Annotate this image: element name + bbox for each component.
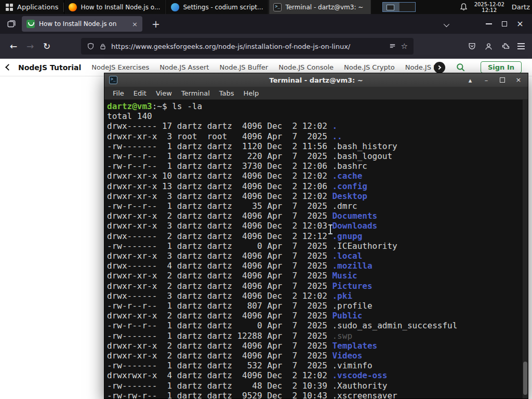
terminal-scrollbar[interactable] — [523, 100, 528, 398]
clock-time: 12:12 — [482, 7, 497, 13]
firefox-view-icon[interactable] — [4, 17, 19, 31]
site-nav-link[interactable]: NodeJS Exercises — [91, 63, 149, 71]
terminal-line: drwxr-xr-x 3 root root 4096 Apr 7 2025 .… — [107, 131, 521, 141]
sign-in-button[interactable]: Sign In — [481, 61, 522, 73]
terminal-line: drwxr-xr-x 10 dartz dartz 4096 Dec 2 12:… — [107, 171, 521, 181]
site-nav-link[interactable]: Node.JS Console — [278, 63, 334, 71]
url-text: https://www.geeksforgeeks.org/node-js/in… — [111, 43, 384, 50]
site-nav-link[interactable]: Node.JS DNS — [405, 63, 438, 71]
terminal-line: drwxr-xr-x 2 dartz dartz 4096 Apr 7 2025… — [107, 281, 521, 291]
taskbar-item-label: How to Install Node.js o... — [81, 4, 160, 11]
terminal-line: -rw-rw-r-- 1 dartz dartz 9529 Dec 2 10:4… — [107, 391, 521, 398]
site-nav-link[interactable]: Node.JS Assert — [159, 63, 209, 71]
tracking-protection-shield-icon[interactable] — [87, 43, 95, 50]
scroll-left-icon[interactable] — [5, 64, 12, 71]
workspace-2[interactable] — [399, 3, 415, 11]
applications-menu[interactable]: Applications — [0, 0, 63, 14]
reload-button[interactable]: ↻ — [38, 38, 55, 55]
terminal-line: -rw------- 1 dartz dartz 0 Apr 7 2025 .I… — [107, 241, 521, 251]
navigation-bar: ← → ↻ https://www.geeksforgeeks.org/node… — [0, 34, 532, 59]
notifications-icon[interactable] — [459, 3, 468, 11]
site-favicon — [26, 20, 35, 28]
terminal-menu-help[interactable]: Help — [239, 88, 264, 98]
scroll-right-icon[interactable] — [434, 62, 445, 73]
terminal-line: drwxr-xr-x 2 dartz dartz 4096 Apr 7 2025… — [107, 271, 521, 281]
terminal-output[interactable]: dartz@vm3:~$ ls -latotal 140drwx------ 1… — [104, 100, 528, 398]
bookmark-star-icon[interactable]: ☆ — [401, 42, 408, 51]
new-tab-button[interactable]: + — [149, 18, 163, 30]
list-tabs-icon[interactable] — [441, 16, 451, 32]
clock-date: 2025-12-02 — [474, 2, 504, 7]
terminal-menu-file[interactable]: File — [108, 88, 129, 98]
clock[interactable]: 2025-12-02 12:12 — [474, 2, 504, 13]
tab-bar: How to Install Node.js on × + × — [0, 14, 532, 34]
terminal-line: drwxr-xr-x 3 dartz dartz 4096 Dec 2 12:0… — [107, 221, 521, 231]
terminal-line: drwx------ 17 dartz dartz 4096 Dec 2 12:… — [107, 121, 521, 131]
terminal-lines: dartz@vm3:~$ ls -latotal 140drwx------ 1… — [107, 101, 521, 398]
workspace-1[interactable] — [383, 3, 399, 11]
tab-close-icon[interactable]: × — [131, 20, 138, 28]
terminal-line: drwxrwxr-x 4 dartz dartz 4096 Dec 2 12:0… — [107, 370, 521, 380]
account-icon[interactable] — [484, 42, 493, 51]
terminal-app-icon — [109, 76, 117, 84]
site-nav-primary[interactable]: NodeJS Tutorial — [18, 63, 81, 72]
terminal-menu-view[interactable]: View — [151, 88, 177, 98]
taskbar-item-label: Terminal - dartz@vm3: ~ — [285, 4, 363, 11]
browser-tab[interactable]: How to Install Node.js on × — [22, 16, 142, 32]
back-button[interactable]: ← — [5, 38, 22, 55]
terminal-menu-terminal[interactable]: Terminal — [177, 88, 215, 98]
site-nav-link[interactable]: Node.JS Buffer — [219, 63, 268, 71]
vscodium-icon — [171, 3, 179, 11]
terminal-scrollbar-thumb[interactable] — [523, 362, 527, 395]
site-nav-links: NodeJS ExercisesNode.JS AssertNode.JS Bu… — [91, 63, 438, 71]
terminal-titlebar[interactable]: Terminal - dartz@vm3: ~ ▴ – × — [104, 73, 528, 87]
terminal-line: -rw-r--r-- 1 dartz dartz 220 Apr 7 2025 … — [107, 151, 521, 161]
firefox-icon — [69, 3, 77, 11]
pocket-icon[interactable] — [468, 42, 476, 51]
extensions-icon[interactable] — [501, 42, 510, 51]
url-bar[interactable]: https://www.geeksforgeeks.org/node-js/in… — [81, 38, 414, 55]
terminal-shade-button[interactable]: ▴ — [466, 75, 475, 85]
terminal-line: drwxr-xr-x 2 dartz dartz 4096 Apr 7 2025… — [107, 341, 521, 351]
taskbar-item[interactable]: How to Install Node.js o... — [64, 0, 166, 14]
workspace-switcher[interactable] — [382, 2, 416, 12]
menu-hamburger-icon[interactable] — [517, 46, 525, 47]
terminal-line: drwxr-xr-x 3 dartz dartz 4096 Dec 2 12:0… — [107, 191, 521, 201]
taskbar-item-label: Settings - codium script... — [183, 4, 263, 11]
terminal-icon — [273, 3, 282, 11]
terminal-line: drwxr-xr-x 2 dartz dartz 4096 Apr 7 2025… — [107, 311, 521, 321]
reader-view-icon[interactable] — [389, 43, 396, 50]
terminal-line: drwx------ 2 dartz dartz 4096 Dec 2 12:1… — [107, 231, 521, 241]
taskbar-item[interactable]: Settings - codium script... — [166, 0, 269, 14]
terminal-line: dartz@vm3:~$ ls -la — [107, 101, 521, 111]
terminal-line: -rw------- 1 dartz dartz 12288 Apr 7 202… — [107, 331, 521, 341]
window-close-button[interactable]: × — [512, 17, 528, 31]
forward-button[interactable]: → — [22, 38, 38, 55]
terminal-menu-edit[interactable]: Edit — [129, 88, 151, 98]
site-nav-link[interactable]: Node.JS Crypto — [344, 63, 395, 71]
padlock-icon[interactable] — [99, 43, 107, 50]
window-minimize-button[interactable] — [481, 17, 497, 31]
terminal-line: drwx------ 3 dartz dartz 4096 Dec 2 12:0… — [107, 291, 521, 301]
taskbar-item[interactable]: Terminal - dartz@vm3: ~ — [269, 0, 371, 14]
terminal-line: -rw------- 1 dartz dartz 1120 Dec 2 11:5… — [107, 141, 521, 151]
terminal-line: drwx------ 4 dartz dartz 4096 Apr 7 2025… — [107, 261, 521, 271]
window-maximize-button[interactable] — [497, 17, 512, 31]
terminal-line: drwxr-xr-x 13 dartz dartz 4096 Dec 2 12:… — [107, 181, 521, 191]
terminal-line: -rw-r--r-- 1 dartz dartz 0 Apr 7 2025 .s… — [107, 321, 521, 330]
terminal-line: drwxr-xr-x 3 dartz dartz 4096 Apr 7 2025… — [107, 251, 521, 261]
terminal-maximize-button[interactable] — [498, 75, 507, 85]
terminal-window: Terminal - dartz@vm3: ~ ▴ – × FileEditVi… — [104, 73, 528, 399]
search-icon[interactable] — [456, 62, 466, 73]
terminal-menubar: FileEditViewTerminalTabsHelp — [104, 87, 528, 100]
terminal-close-button[interactable]: × — [514, 75, 523, 85]
terminal-minimize-button[interactable]: – — [482, 75, 491, 85]
user-label: Dartz — [512, 3, 532, 11]
applications-label: Applications — [17, 3, 58, 11]
terminal-line: -rw-r--r-- 1 dartz dartz 807 Apr 7 2025 … — [107, 301, 521, 311]
terminal-line: -rw------- 1 dartz dartz 532 Apr 7 2025 … — [107, 361, 521, 370]
tab-title: How to Install Node.js on — [39, 20, 127, 28]
terminal-line: -rw------- 1 dartz dartz 48 Dec 2 10:39 … — [107, 381, 521, 391]
terminal-line: total 140 — [107, 111, 521, 121]
terminal-menu-tabs[interactable]: Tabs — [215, 88, 239, 98]
